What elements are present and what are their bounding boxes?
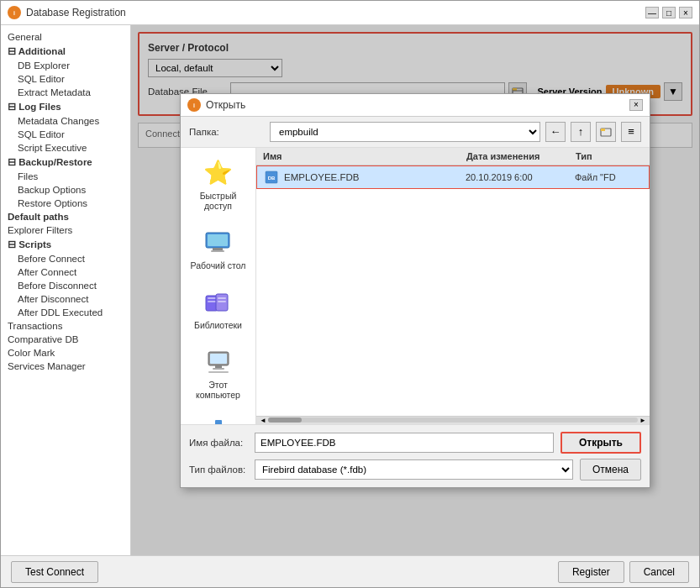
sidebar-item-services-manager[interactable]: Services Manager	[1, 360, 130, 373]
sidebar-item-default-paths[interactable]: Default paths	[1, 210, 130, 223]
sidebar-item-scripts[interactable]: ⊟ Scripts	[1, 237, 130, 252]
shortcut-quick-access[interactable]: ⭐ Быстрый доступ	[184, 155, 252, 214]
computer-label: Этот компьютер	[187, 380, 249, 400]
shortcut-computer[interactable]: Этот компьютер	[184, 344, 252, 403]
sidebar-item-general[interactable]: General	[1, 30, 130, 44]
libraries-label: Библиотеки	[194, 320, 242, 330]
svg-rect-14	[208, 301, 216, 302]
filetype-select[interactable]: Firebird database (*.fdb) All files (*.*…	[255, 459, 573, 480]
back-button[interactable]: ←	[545, 122, 566, 142]
sidebar-item-after-disconnect[interactable]: After Disconnect	[1, 292, 130, 306]
filename-input[interactable]	[255, 433, 554, 453]
right-panel: Server / Protocol Local, default TCP/IP …	[131, 25, 699, 555]
app-icon: i	[8, 6, 21, 19]
sidebar-item-additional[interactable]: ⊟ Additional	[1, 44, 130, 59]
filename-row: Имя файла: Открыть	[189, 432, 641, 454]
svg-rect-19	[210, 354, 227, 364]
dialog-toolbar: Папка: empbuild ← ↑ ≡	[181, 117, 650, 148]
dialog-cancel-button[interactable]: Отмена	[580, 459, 641, 480]
dialog-overlay: i Открыть × Папка: empbuild ← ↑	[131, 25, 699, 555]
sidebar-item-before-connect[interactable]: Before Connect	[1, 252, 130, 265]
sidebar-item-script-executive[interactable]: Script Executive	[1, 141, 130, 155]
sidebar-item-log-files[interactable]: ⊟ Log Files	[1, 99, 130, 114]
shortcut-libraries[interactable]: Библиотеки	[191, 284, 245, 333]
test-connect-button[interactable]: Test Connect	[11, 561, 98, 583]
dialog-footer: Имя файла: Открыть Тип файлов: Firebird …	[181, 424, 650, 487]
filename-label: Имя файла:	[189, 438, 248, 448]
title-bar-left: i Database Registration	[8, 6, 126, 19]
sidebar-item-backup-options[interactable]: Backup Options	[1, 183, 130, 197]
sidebar-item-sql-editor-1[interactable]: SQL Editor	[1, 72, 130, 86]
sidebar: General ⊟ Additional DB Explorer SQL Edi…	[1, 25, 131, 555]
dialog-title-bar: i Открыть ×	[181, 94, 650, 117]
file-icon-employee: DB	[264, 170, 279, 185]
quick-access-icon: ⭐	[203, 158, 234, 188]
col-name-header: Имя	[263, 151, 466, 161]
file-item-employee[interactable]: DB EMPLOYEE.FDB 20.10.2019 6:00 Файл "FD	[256, 165, 650, 189]
file-list-header: Имя Дата изменения Тип	[256, 148, 650, 165]
minimize-button[interactable]: —	[645, 7, 659, 18]
bottom-left: Test Connect	[11, 561, 98, 583]
col-date-header: Дата изменения	[466, 151, 576, 161]
register-button[interactable]: Register	[558, 561, 624, 583]
sidebar-item-after-ddl[interactable]: After DDL Executed	[1, 306, 130, 319]
dialog-body: ⭐ Быстрый доступ	[181, 148, 650, 424]
open-button[interactable]: Открыть	[561, 432, 641, 454]
desktop-label: Рабочий стол	[191, 260, 246, 270]
file-type-employee: Файл "FD	[575, 172, 642, 182]
title-bar: i Database Registration — □ ×	[1, 1, 699, 25]
sidebar-item-before-disconnect[interactable]: Before Disconnect	[1, 279, 130, 292]
close-button[interactable]: ×	[679, 7, 692, 18]
file-list: DB EMPLOYEE.FDB 20.10.2019 6:00 Файл "FD	[256, 165, 650, 416]
desktop-icon	[203, 228, 233, 258]
dialog-title-text: Открыть	[206, 99, 245, 111]
svg-text:i: i	[13, 10, 15, 16]
sidebar-item-files[interactable]: Files	[1, 170, 130, 183]
file-date-employee: 20.10.2019 6:00	[466, 172, 575, 182]
svg-text:DB: DB	[268, 176, 276, 181]
bottom-right: Register Cancel	[558, 561, 689, 583]
dialog-scrollbar[interactable]: ◄ ►	[256, 416, 650, 424]
svg-rect-7	[601, 129, 605, 131]
sidebar-item-extract-metadata[interactable]: Extract Metadata	[1, 86, 130, 99]
folder-select[interactable]: empbuild	[270, 122, 540, 142]
dialog-file-area: Имя Дата изменения Тип DB	[256, 148, 650, 424]
dialog-sidebar: ⭐ Быстрый доступ	[181, 148, 256, 424]
dialog-close-button[interactable]: ×	[629, 99, 643, 111]
svg-rect-10	[211, 250, 224, 252]
up-button[interactable]: ↑	[571, 122, 591, 142]
create-folder-button[interactable]	[596, 122, 616, 142]
shortcut-desktop[interactable]: Рабочий стол	[187, 224, 250, 274]
sidebar-item-comparative-db[interactable]: Comparative DB	[1, 333, 130, 346]
dialog-title-left: i Открыть	[187, 98, 245, 112]
maximize-button[interactable]: □	[662, 7, 676, 18]
sidebar-item-after-connect[interactable]: After Connect	[1, 265, 130, 279]
sidebar-item-transactions[interactable]: Transactions	[1, 319, 130, 333]
sidebar-item-explorer-filters[interactable]: Explorer Filters	[1, 223, 130, 237]
file-name-employee: EMPLOYEE.FDB	[284, 172, 466, 182]
window-title: Database Registration	[26, 7, 126, 18]
scroll-right[interactable]: ►	[638, 416, 648, 424]
shortcut-network[interactable]: Сеть	[200, 413, 237, 424]
scroll-left[interactable]: ◄	[258, 416, 268, 424]
sidebar-item-color-mark[interactable]: Color Mark	[1, 346, 130, 360]
sidebar-item-db-explorer[interactable]: DB Explorer	[1, 59, 130, 72]
svg-text:i: i	[193, 102, 195, 108]
col-type-header: Тип	[576, 151, 643, 161]
svg-rect-13	[208, 297, 216, 299]
sidebar-item-backup-restore[interactable]: ⊟ Backup/Restore	[1, 155, 130, 170]
network-icon	[203, 417, 234, 424]
bottom-bar: Test Connect Register Cancel	[1, 555, 699, 587]
view-toggle-button[interactable]: ≡	[621, 122, 641, 142]
cancel-button[interactable]: Cancel	[629, 561, 689, 583]
title-controls: — □ ×	[645, 7, 692, 18]
sidebar-item-metadata-changes[interactable]: Metadata Changes	[1, 114, 130, 128]
sidebar-item-restore-options[interactable]: Restore Options	[1, 197, 130, 210]
filetype-label: Тип файлов:	[189, 465, 248, 475]
dialog-app-icon: i	[187, 98, 201, 112]
sidebar-item-sql-editor-2[interactable]: SQL Editor	[1, 128, 130, 141]
svg-rect-22	[208, 371, 229, 373]
svg-rect-20	[215, 365, 222, 368]
file-dialog: i Открыть × Папка: empbuild ← ↑	[180, 93, 650, 488]
quick-access-label: Быстрый доступ	[187, 191, 249, 211]
